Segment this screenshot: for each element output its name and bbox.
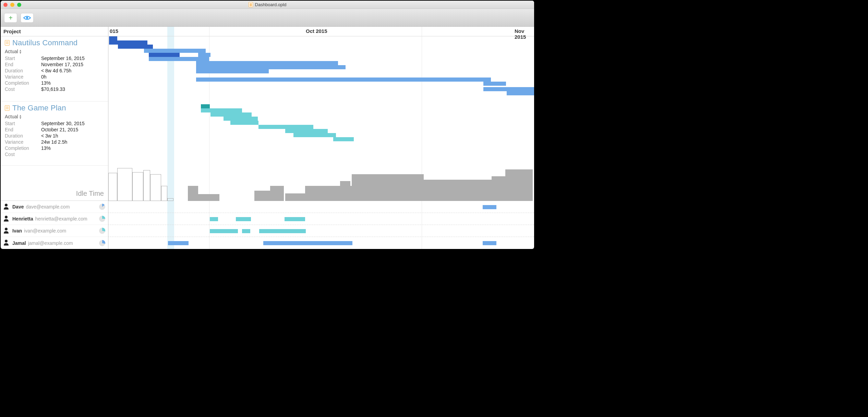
column-header-project[interactable]: Project (1, 27, 108, 36)
resource-segment[interactable] (483, 205, 496, 209)
gantt-bar[interactable] (507, 91, 534, 95)
resource-name: Henrietta (12, 216, 33, 222)
idle-bar (143, 170, 150, 201)
idle-bar (352, 174, 424, 201)
pie-icon (99, 216, 105, 222)
idle-histogram (108, 166, 534, 201)
gantt-bar[interactable] (118, 45, 153, 49)
titlebar: Dashboard.opld (1, 1, 534, 9)
gantt-bar[interactable] (149, 57, 209, 61)
idle-bar (198, 194, 219, 201)
field-duration: < 8w 4d 6.75h (41, 68, 104, 73)
resource-timeline-row (108, 237, 534, 249)
person-icon (3, 203, 9, 211)
resource-segment[interactable] (242, 229, 250, 233)
resource-segment[interactable] (236, 217, 251, 221)
gantt-bar[interactable] (201, 104, 210, 108)
person-icon (3, 215, 9, 223)
project-name: The Game Plan (12, 104, 66, 112)
idle-bar (161, 186, 167, 201)
left-panel: Project Nautilus Command Actual ▴▾ Start… (1, 27, 108, 249)
idle-bar (117, 168, 132, 201)
gantt-bar[interactable] (224, 117, 258, 121)
gantt-bar[interactable] (201, 108, 242, 112)
resource-segment[interactable] (483, 241, 496, 245)
project-doc-icon (5, 105, 10, 111)
idle-bar (150, 174, 161, 201)
resource-row[interactable]: Jamal jamal@example.com (1, 237, 108, 249)
gantt-bar[interactable] (210, 112, 252, 117)
gantt-bar[interactable] (144, 49, 206, 53)
resource-segment[interactable] (285, 217, 305, 221)
project-card-nautilus[interactable]: Nautilus Command Actual ▴▾ StartSeptembe… (1, 36, 108, 102)
gantt-bar[interactable] (196, 78, 491, 82)
field-completion: 13% (41, 80, 104, 86)
content: Project Nautilus Command Actual ▴▾ Start… (1, 27, 534, 249)
window-title-text: Dashboard.opld (255, 2, 287, 7)
view-button[interactable] (21, 13, 34, 23)
gantt-bar[interactable] (109, 40, 147, 45)
resource-row[interactable]: Ivan ivan@example.com (1, 225, 108, 237)
person-icon (3, 227, 9, 235)
toolbar: + (1, 9, 534, 27)
gantt-bar[interactable] (483, 87, 534, 91)
resource-name: Jamal (12, 240, 26, 246)
resource-segment[interactable] (210, 217, 218, 221)
resource-timeline-row (108, 225, 534, 237)
resource-segment[interactable] (259, 229, 306, 233)
timeline-body (108, 36, 534, 249)
field-start: September 30, 2015 (41, 121, 104, 126)
idle-bar (492, 176, 505, 201)
eye-icon (23, 15, 31, 20)
view-mode-selector[interactable]: Actual ▴▾ (5, 49, 104, 54)
gantt-bar[interactable] (258, 125, 313, 129)
gantt-bar[interactable] (293, 133, 336, 137)
idle-time-row: Idle Time (1, 166, 108, 201)
gantt-bar[interactable] (109, 36, 117, 40)
idle-bar (167, 198, 173, 201)
plus-icon: + (9, 14, 13, 21)
gantt-bar[interactable] (196, 61, 338, 65)
add-button[interactable]: + (4, 13, 17, 23)
field-cost (41, 152, 104, 157)
timeline-header: 015Oct 2015Nov 2015 (108, 27, 534, 36)
field-start: September 16, 2015 (41, 56, 104, 61)
resource-email: ivan@example.com (24, 228, 66, 234)
gantt-bar[interactable] (149, 53, 180, 57)
field-variance: 24w 1d 2.5h (41, 139, 104, 145)
timeline-panel[interactable]: 015Oct 2015Nov 2015 (108, 27, 534, 249)
idle-bar (188, 186, 198, 201)
resource-segment[interactable] (210, 229, 238, 233)
gantt-bar[interactable] (198, 53, 210, 57)
project-fields: StartSeptember 16, 2015 EndNovember 17, … (5, 56, 104, 92)
project-fields: StartSeptember 30, 2015 EndOctober 21, 2… (5, 121, 104, 157)
resource-segment[interactable] (263, 241, 352, 245)
resource-row[interactable]: Henrietta henrietta@example.com (1, 213, 108, 225)
gantt-bar[interactable] (196, 65, 346, 69)
svg-point-3 (5, 216, 8, 218)
resource-segment[interactable] (168, 241, 189, 245)
field-cost: $70,619.33 (41, 86, 104, 92)
idle-bar (270, 186, 284, 201)
gantt-bar[interactable] (196, 69, 269, 73)
resource-timeline-row (108, 201, 534, 213)
document-icon (249, 2, 253, 7)
person-icon (3, 239, 9, 247)
view-mode-selector[interactable]: Actual ▴▾ (5, 114, 104, 119)
resource-list: Dave dave@example.com Henrietta henriett… (1, 201, 108, 249)
idle-time-label: Idle Time (76, 190, 104, 198)
field-end: October 21, 2015 (41, 127, 104, 132)
gantt-bar[interactable] (333, 137, 354, 141)
project-card-gameplan[interactable]: The Game Plan Actual ▴▾ StartSeptember 3… (1, 102, 108, 166)
idle-bar (108, 173, 117, 201)
resource-name: Dave (12, 204, 24, 210)
idle-bar (340, 181, 350, 201)
app-window: Dashboard.opld + Project Nautilus Comman… (1, 1, 534, 249)
gantt-bar[interactable] (285, 129, 328, 133)
resource-row[interactable]: Dave dave@example.com (1, 201, 108, 213)
timeline-tick: Oct 2015 (306, 28, 327, 34)
svg-point-0 (26, 17, 28, 19)
resource-email: henrietta@example.com (35, 216, 87, 222)
gantt-bar[interactable] (230, 121, 258, 125)
gantt-bar[interactable] (483, 82, 506, 86)
